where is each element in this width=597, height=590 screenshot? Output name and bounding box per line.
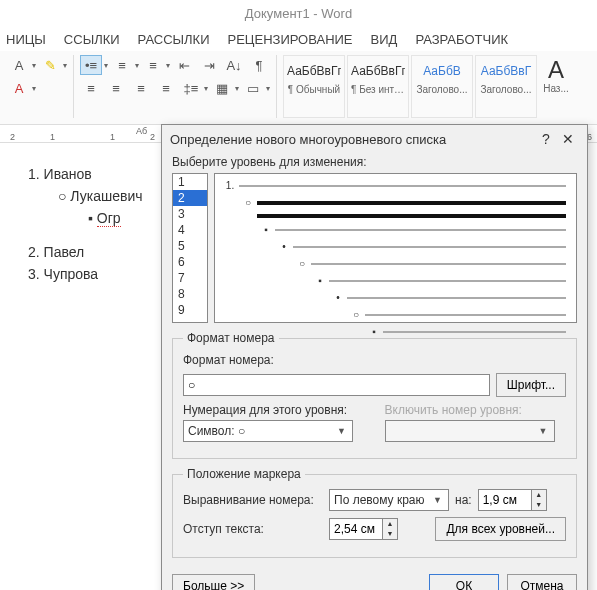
dropdown-icon[interactable]: ▾ <box>266 84 270 93</box>
level-option[interactable]: 1 <box>173 174 207 190</box>
at-spinner[interactable]: ▲▼ <box>478 489 547 511</box>
justify-icon[interactable]: ≡ <box>155 78 177 98</box>
style-item[interactable]: АаБбВЗаголово... <box>411 55 473 118</box>
at-label: на: <box>455 493 472 507</box>
format-label: Формат номера: <box>183 353 274 367</box>
line-spacing-icon[interactable]: ‡≡ <box>180 78 202 98</box>
dialog-title: Определение нового многоуровневого списк… <box>170 132 535 147</box>
cancel-button[interactable]: Отмена <box>507 574 577 590</box>
style-item[interactable]: АНаз... <box>539 55 573 118</box>
dropdown-icon[interactable]: ▾ <box>166 61 170 70</box>
spin-down-icon[interactable]: ▼ <box>383 529 397 539</box>
close-icon[interactable]: ✕ <box>557 131 579 147</box>
highlight-icon[interactable]: ✎ <box>39 55 61 75</box>
tab[interactable]: РЕЦЕНЗИРОВАНИЕ <box>228 32 353 47</box>
indent-label: Отступ текста: <box>183 522 323 536</box>
align-center-icon[interactable]: ≡ <box>105 78 127 98</box>
pilcrow-icon[interactable]: ¶ <box>248 55 270 75</box>
app-title: Документ1 - Word <box>0 0 597 28</box>
align-right-icon[interactable]: ≡ <box>130 78 152 98</box>
indent-right-icon[interactable]: ⇥ <box>198 55 220 75</box>
spin-up-icon[interactable]: ▲ <box>532 490 546 500</box>
level-option[interactable]: 2 <box>173 190 207 206</box>
tab[interactable]: РАЗРАБОТЧИК <box>415 32 508 47</box>
style-item[interactable]: АаБбВвГг,¶ Без инте... <box>347 55 409 118</box>
position-group: Положение маркера Выравнивание номера: П… <box>172 467 577 558</box>
numbering-icon[interactable]: ≡ <box>111 55 133 75</box>
spin-up-icon[interactable]: ▲ <box>383 519 397 529</box>
at-input[interactable] <box>478 489 532 511</box>
tab[interactable]: ССЫЛКИ <box>64 32 120 47</box>
sort-icon[interactable]: A↓ <box>223 55 245 75</box>
level-option[interactable]: 9 <box>173 302 207 318</box>
select-level-label: Выберите уровень для изменения: <box>172 155 577 169</box>
multilevel-icon[interactable]: ≡ <box>142 55 164 75</box>
shading-icon[interactable]: ▦ <box>211 78 233 98</box>
dropdown-icon[interactable]: ▾ <box>235 84 239 93</box>
spin-down-icon[interactable]: ▼ <box>532 500 546 510</box>
level-option[interactable]: 7 <box>173 270 207 286</box>
dropdown-icon[interactable]: ▾ <box>204 84 208 93</box>
dropdown-icon[interactable]: ▾ <box>104 61 108 70</box>
all-levels-button[interactable]: Для всех уровней... <box>435 517 566 541</box>
level-listbox[interactable]: 1 2 3 4 5 6 7 8 9 <box>172 173 208 323</box>
include-level-label: Включить номер уровня: <box>385 403 522 417</box>
indent-left-icon[interactable]: ⇤ <box>173 55 195 75</box>
dropdown-icon[interactable]: ▾ <box>32 84 36 93</box>
tab[interactable]: РАССЫЛКИ <box>138 32 210 47</box>
dropdown-icon[interactable]: ▾ <box>32 61 36 70</box>
format-input[interactable] <box>183 374 490 396</box>
ribbon-tabs: НИЦЫ ССЫЛКИ РАССЫЛКИ РЕЦЕНЗИРОВАНИЕ ВИД … <box>0 28 597 51</box>
indent-input[interactable] <box>329 518 383 540</box>
bullets-icon[interactable]: •≡ <box>80 55 102 75</box>
level-option[interactable]: 5 <box>173 238 207 254</box>
level-option[interactable]: 8 <box>173 286 207 302</box>
dropdown-icon[interactable]: ▾ <box>63 61 67 70</box>
tab[interactable]: НИЦЫ <box>6 32 46 47</box>
style-item[interactable]: АаБбВвГг,¶ Обычный <box>283 55 345 118</box>
chevron-down-icon: ▼ <box>431 495 444 505</box>
align-left-icon[interactable]: ≡ <box>80 78 102 98</box>
list-preview: 1. ○ ▪ • ○ ▪ • ○ ▪ <box>214 173 577 323</box>
styles-gallery: АаБбВвГг,¶ Обычный АаБбВвГг,¶ Без инте..… <box>277 55 579 118</box>
more-button[interactable]: Больше >> <box>172 574 255 590</box>
borders-icon[interactable]: ▭ <box>242 78 264 98</box>
multilevel-list-dialog: Определение нового многоуровневого списк… <box>161 124 588 590</box>
ok-button[interactable]: ОК <box>429 574 499 590</box>
numbering-combo[interactable]: Символ: ○▼ <box>183 420 353 442</box>
level-option[interactable]: 4 <box>173 222 207 238</box>
chevron-down-icon: ▼ <box>537 426 550 436</box>
include-level-combo: ▼ <box>385 420 555 442</box>
level-option[interactable]: 6 <box>173 254 207 270</box>
align-label: Выравнивание номера: <box>183 493 323 507</box>
tab[interactable]: ВИД <box>371 32 398 47</box>
style-item[interactable]: АаБбВвГЗаголово... <box>475 55 537 118</box>
chevron-down-icon: ▼ <box>335 426 348 436</box>
help-icon[interactable]: ? <box>535 131 557 147</box>
number-format-group: Формат номера Формат номера: Шрифт... Ну… <box>172 331 577 459</box>
align-combo[interactable]: По левому краю▼ <box>329 489 449 511</box>
dialog-titlebar[interactable]: Определение нового многоуровневого списк… <box>162 125 587 153</box>
font-button[interactable]: Шрифт... <box>496 373 566 397</box>
dropdown-icon[interactable]: ▾ <box>135 61 139 70</box>
ribbon: A▾ ✎▾ A▾ •≡▾ ≡▾ ≡▾ ⇤ ⇥ A↓ ¶ ≡ ≡ ≡ ≡ ‡≡▾ … <box>0 51 597 125</box>
indent-spinner[interactable]: ▲▼ <box>329 518 398 540</box>
level-option[interactable]: 3 <box>173 206 207 222</box>
numbering-label: Нумерация для этого уровня: <box>183 403 347 417</box>
font-grow-icon[interactable]: A <box>8 55 30 75</box>
clear-format-icon[interactable]: A <box>8 78 30 98</box>
